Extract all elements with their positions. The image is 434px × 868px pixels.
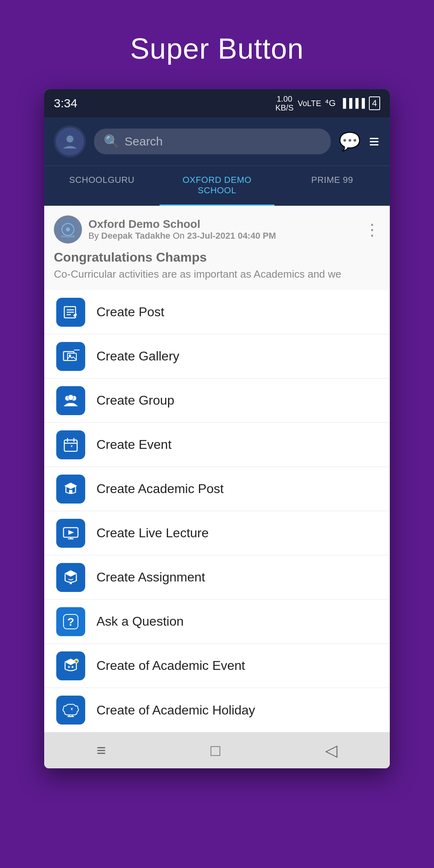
battery-icon: 4	[369, 96, 380, 110]
create-academic-post-icon	[56, 475, 85, 504]
svg-text:★: ★	[75, 660, 78, 663]
menu-label-create-live-lecture: Create Live Lecture	[96, 526, 209, 540]
page-title: Super Button	[130, 32, 304, 65]
menu-label-create-academic-event: Create of Academic Event	[96, 658, 245, 673]
tab-prime99[interactable]: PRIME 99	[274, 166, 390, 206]
search-icon: 🔍	[104, 134, 120, 149]
svg-rect-20	[69, 490, 72, 494]
create-academic-holiday-icon	[56, 696, 85, 725]
svg-point-0	[66, 135, 74, 143]
bottom-back-icon[interactable]: ◁	[325, 741, 338, 760]
svg-point-3	[66, 227, 70, 231]
create-event-icon	[56, 430, 85, 459]
post-more-button[interactable]: ⋮	[364, 220, 380, 239]
svg-rect-16	[64, 440, 77, 451]
menu-list: Create Post Create Gallery	[44, 290, 390, 732]
menu-item-ask-question[interactable]: ? Ask a Question	[44, 600, 390, 644]
post-school-name: Oxford Demo School	[88, 218, 358, 231]
status-time: 3:34	[54, 96, 77, 110]
svg-text:octopod: octopod	[61, 234, 75, 238]
tab-schoolguru[interactable]: SCHOOLGURU	[44, 166, 160, 206]
menu-label-create-assignment: Create Assignment	[96, 570, 205, 585]
svg-marker-22	[68, 530, 74, 535]
menu-label-create-academic-post: Create Academic Post	[96, 481, 224, 496]
svg-point-25	[70, 582, 72, 584]
bottom-nav: ≡ □ ◁	[44, 732, 390, 768]
post-avatar: octopod	[54, 215, 82, 244]
post-excerpt: Co-Curricular activities are as importan…	[54, 268, 380, 280]
menu-item-create-gallery[interactable]: Create Gallery	[44, 334, 390, 379]
post-author: By Deepak Tadakhe On 23-Jul-2021 04:40 P…	[88, 231, 358, 241]
phone-frame: 3:34 1.00KB/S VoLTE ⁴G ▐▐▐▐ 4 🔍 Search 💬…	[44, 89, 390, 768]
message-icon[interactable]: 💬	[339, 131, 361, 152]
svg-text:?: ?	[67, 616, 74, 628]
tab-oxford-demo-school[interactable]: OXFORD DEMO SCHOOL	[160, 166, 275, 206]
menu-icon[interactable]: ≡	[369, 131, 380, 151]
post-title: Congratulations Champs	[54, 250, 380, 265]
post-card: octopod Oxford Demo School By Deepak Tad…	[44, 206, 390, 290]
svg-rect-10	[68, 353, 76, 360]
create-academic-event-icon: ★★ ★	[56, 651, 85, 680]
bottom-menu-icon[interactable]: ≡	[96, 741, 106, 760]
menu-item-create-academic-event[interactable]: ★★ ★ Create of Academic Event	[44, 644, 390, 688]
bottom-home-icon[interactable]: □	[211, 741, 220, 760]
svg-text:★★: ★★	[67, 665, 74, 669]
network-type: ⁴G	[325, 98, 336, 108]
ask-question-icon: ?	[56, 607, 85, 636]
signal-bars: ▐▐▐▐	[340, 98, 364, 108]
create-live-lecture-icon	[56, 519, 85, 548]
menu-item-create-post[interactable]: Create Post	[44, 290, 390, 334]
create-group-icon	[56, 386, 85, 415]
avatar-inner	[56, 127, 84, 156]
create-post-icon	[56, 298, 85, 327]
menu-item-create-group[interactable]: Create Group	[44, 379, 390, 423]
menu-item-create-academic-post[interactable]: Create Academic Post	[44, 467, 390, 511]
network-speed: 1.00KB/S	[275, 94, 294, 112]
menu-label-create-gallery: Create Gallery	[96, 349, 179, 364]
avatar	[54, 125, 86, 158]
menu-item-create-event[interactable]: Create Event	[44, 423, 390, 467]
menu-label-ask-question: Ask a Question	[96, 614, 184, 629]
menu-label-create-post: Create Post	[96, 305, 164, 319]
search-bar[interactable]: 🔍 Search	[94, 129, 331, 154]
status-right: 1.00KB/S VoLTE ⁴G ▐▐▐▐ 4	[275, 94, 380, 112]
menu-item-create-live-lecture[interactable]: Create Live Lecture	[44, 511, 390, 555]
menu-label-create-group: Create Group	[96, 393, 174, 408]
create-gallery-icon	[56, 342, 85, 371]
post-header: octopod Oxford Demo School By Deepak Tad…	[54, 215, 380, 244]
search-placeholder: Search	[125, 135, 163, 148]
tabs-bar: SCHOOLGURU OXFORD DEMO SCHOOL PRIME 99	[44, 166, 390, 206]
volte-icon: VoLTE	[298, 99, 321, 108]
menu-label-create-academic-holiday: Create of Academic Holiday	[96, 703, 255, 718]
app-header: 🔍 Search 💬 ≡	[44, 117, 390, 166]
menu-item-create-academic-holiday[interactable]: Create of Academic Holiday	[44, 688, 390, 732]
svg-point-15	[68, 395, 74, 400]
create-assignment-icon	[56, 563, 85, 592]
post-meta: Oxford Demo School By Deepak Tadakhe On …	[88, 218, 358, 241]
menu-item-create-assignment[interactable]: Create Assignment	[44, 555, 390, 600]
status-bar: 3:34 1.00KB/S VoLTE ⁴G ▐▐▐▐ 4	[44, 89, 390, 117]
header-icons: 💬 ≡	[339, 131, 380, 152]
menu-label-create-event: Create Event	[96, 437, 172, 452]
